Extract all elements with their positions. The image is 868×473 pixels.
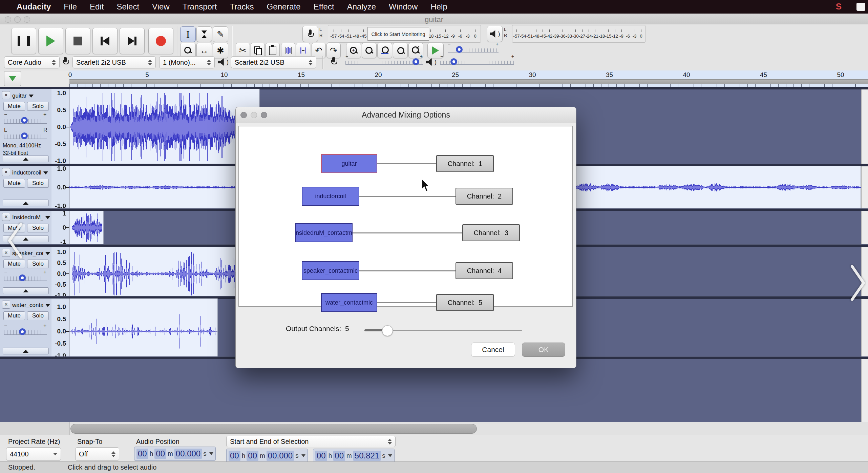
scrub-band[interactable] <box>69 79 868 84</box>
output-channels-thumb[interactable] <box>382 325 393 336</box>
dialog-title-bar[interactable]: Advanced Mixing Options <box>236 107 576 123</box>
menu-item-edit[interactable]: Edit <box>83 2 110 12</box>
track-name-menu[interactable]: guitar <box>12 92 50 100</box>
track-vertical-scale[interactable]: 10-1 <box>51 211 69 244</box>
time-field-dropdown-icon[interactable] <box>388 454 392 457</box>
recording-device-select[interactable]: Scarlett 2i2 USB <box>72 56 156 68</box>
zoom-out-button[interactable]: − <box>362 43 377 58</box>
track-mute-button[interactable]: Mute <box>3 260 25 268</box>
track-collapse-button[interactable] <box>3 287 49 294</box>
track-collapse-button[interactable] <box>3 200 49 206</box>
track-gain-slider-thumb[interactable] <box>19 328 26 335</box>
menu-item-transport[interactable]: Transport <box>176 2 224 12</box>
dialog-track-inductorcoil[interactable]: inductorcoil <box>302 187 359 206</box>
menu-item-generate[interactable]: Generate <box>260 2 307 12</box>
track-vertical-scale[interactable]: 1.00.50.0-0.5-1.0 <box>51 299 69 356</box>
time-digits[interactable]: 00 <box>333 451 345 461</box>
track-solo-button[interactable]: Solo <box>27 224 49 232</box>
pause-button[interactable] <box>11 28 36 54</box>
play-button[interactable] <box>38 28 63 54</box>
track-name-menu[interactable]: InsidedruM_c <box>12 213 50 222</box>
dialog-channel-1[interactable]: Channel: 1 <box>436 155 494 172</box>
fit-project-button[interactable] <box>393 43 408 58</box>
playback-device-select[interactable]: Scarlett 2i2 USB <box>231 56 316 68</box>
dialog-channel-4[interactable]: Channel: 4 <box>456 262 513 279</box>
track-collapse-button[interactable] <box>3 348 49 354</box>
track-vertical-scale[interactable]: 1.00.50.0-0.5-1.0 <box>51 247 69 296</box>
time-field-dropdown-icon[interactable] <box>209 452 213 455</box>
audio-position-field[interactable]: 00h00m00.000s <box>134 447 216 461</box>
track-pan-slider-thumb[interactable] <box>21 132 28 139</box>
menu-item-audacity[interactable]: Audacity <box>10 2 57 12</box>
snap-to-select[interactable]: Off <box>75 447 119 461</box>
dialog-track-guitar[interactable]: guitar <box>321 154 377 173</box>
menu-item-effect[interactable]: Effect <box>307 2 341 12</box>
track-gain-slider-thumb[interactable] <box>21 117 28 124</box>
project-rate-select[interactable]: 44100 <box>6 447 61 461</box>
track-vertical-scale[interactable]: 1.00.0-1.0 <box>51 166 69 208</box>
timeline-ruler[interactable]: 05101520253035404550 <box>0 70 868 87</box>
time-digits[interactable]: 50.821 <box>353 451 381 461</box>
screen-recorder-status-icon[interactable]: S <box>836 1 842 12</box>
menu-item-tracks[interactable]: Tracks <box>224 2 260 12</box>
track-solo-button[interactable]: Solo <box>27 311 49 320</box>
playback-meter-speaker-button[interactable]: ) <box>487 26 503 42</box>
selection-start-field[interactable]: 00h00m00.000s <box>226 449 308 463</box>
recording-channels-select[interactable]: 1 (Mono)... <box>159 56 215 68</box>
dialog-channel-5[interactable]: Channel: 5 <box>436 294 494 311</box>
dialog-channel-3[interactable]: Channel: 3 <box>462 224 520 241</box>
time-digits[interactable]: 00 <box>136 449 148 459</box>
time-digits[interactable]: 00 <box>229 451 240 461</box>
record-meter-mic-button[interactable] <box>302 26 318 42</box>
time-digits[interactable]: 00 <box>315 451 327 461</box>
selection-tool-button[interactable]: I <box>180 26 196 42</box>
timeline-options-button[interactable] <box>4 71 21 86</box>
output-channels-slider[interactable] <box>364 325 522 335</box>
horizontal-scrollbar-thumb[interactable] <box>70 424 477 434</box>
menu-item-analyze[interactable]: Analyze <box>341 2 382 12</box>
track-mute-button[interactable]: Mute <box>3 102 25 111</box>
time-digits[interactable]: 00 <box>247 451 258 461</box>
track-solo-button[interactable]: Solo <box>27 102 49 111</box>
fit-selection-button[interactable] <box>377 43 392 58</box>
track-mute-button[interactable]: Mute <box>3 311 25 320</box>
audio-host-select[interactable]: Core Audio <box>4 56 60 68</box>
menu-item-file[interactable]: File <box>57 2 83 12</box>
track-mute-button[interactable]: Mute <box>3 179 25 188</box>
selection-mode-select[interactable]: Start and End of Selection <box>226 436 396 447</box>
dialog-track-water_contactmic[interactable]: water_contactmic <box>321 293 377 312</box>
cancel-button[interactable]: Cancel <box>471 343 515 357</box>
draw-tool-button[interactable]: ✎ <box>213 26 228 42</box>
record-button[interactable] <box>148 28 173 54</box>
track-close-button[interactable]: × <box>2 213 10 221</box>
menu-item-select[interactable]: Select <box>110 2 146 12</box>
playback-speed-slider[interactable]: −+ <box>448 45 499 55</box>
time-field-dropdown-icon[interactable] <box>301 454 305 457</box>
horizontal-scrollbar[interactable] <box>0 422 868 435</box>
time-digits[interactable]: 00.000 <box>174 449 202 459</box>
redo-button[interactable]: ↷ <box>326 43 341 58</box>
track-collapse-button[interactable] <box>3 156 49 162</box>
playback-meter[interactable]: -57-54-51-48-45-42-39-36-33-30-27-24-21-… <box>512 25 645 43</box>
playback-volume-thumb[interactable] <box>450 58 457 65</box>
vertical-scrollbar[interactable] <box>861 87 868 422</box>
dialog-track-speaker_contactmic[interactable]: speaker_contactmic <box>302 261 359 280</box>
stop-button[interactable] <box>65 28 90 54</box>
selection-end-field[interactable]: 00h00m50.821s <box>313 449 395 463</box>
track-solo-button[interactable]: Solo <box>27 260 49 268</box>
overlay-previous-chevron[interactable] <box>7 222 24 259</box>
track-close-button[interactable]: × <box>2 91 10 99</box>
menu-extra-icon[interactable] <box>856 3 865 11</box>
menu-item-window[interactable]: Window <box>382 2 424 12</box>
skip-to-start-button[interactable] <box>92 28 118 54</box>
dialog-track-InsidedruM_contactmi[interactable]: InsidedruM_contactmi <box>295 223 353 242</box>
track-close-button[interactable]: × <box>2 168 10 176</box>
track-gain-slider-thumb[interactable] <box>19 274 26 281</box>
skip-to-end-button[interactable] <box>120 28 145 54</box>
multi-tool-button[interactable]: ✱ <box>213 43 228 58</box>
playback-volume-slider[interactable]: −+ <box>440 58 514 67</box>
track-name-menu[interactable]: inductorcoil <box>12 169 50 177</box>
menu-item-help[interactable]: Help <box>424 2 453 12</box>
overlay-next-chevron[interactable] <box>849 264 866 302</box>
ok-button[interactable]: OK <box>522 343 565 357</box>
